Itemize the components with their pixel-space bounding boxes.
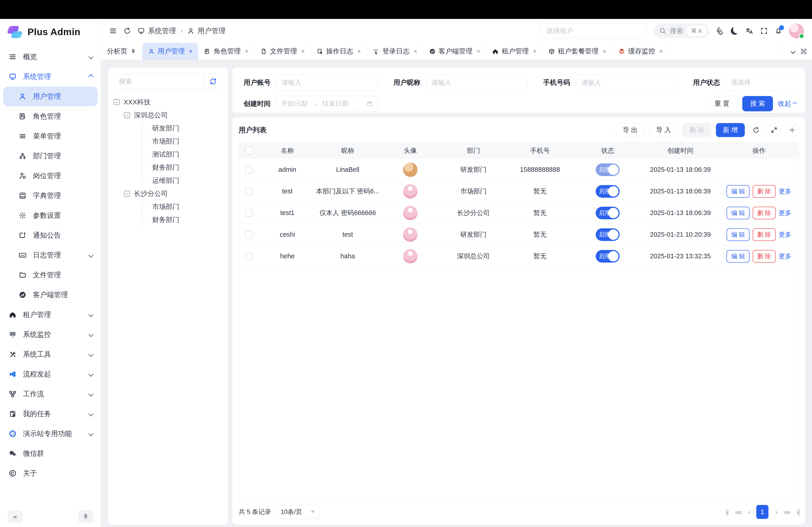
collapse-node-icon[interactable] (124, 191, 130, 197)
table-fullscreen-button[interactable] (767, 123, 781, 137)
edit-button[interactable]: 编 辑 (726, 250, 750, 262)
dark-mode-moon-icon[interactable] (731, 27, 738, 35)
row-checkbox[interactable] (245, 166, 253, 174)
column-header[interactable]: 创建时间 (641, 146, 719, 155)
last-page-button[interactable]: ›| (796, 508, 799, 516)
tab-tenant-management[interactable]: 租户管理 × (486, 43, 542, 60)
first-page-button[interactable]: |‹ (726, 508, 728, 516)
select-all-checkbox[interactable] (245, 147, 253, 155)
reset-button[interactable]: 重 置 (707, 96, 737, 111)
sidebar-item-user-management[interactable]: 用户管理 (3, 87, 98, 106)
tab-user-management[interactable]: 用户管理 × (142, 43, 198, 60)
column-header[interactable]: 操作 (719, 146, 799, 155)
sidebar-pin-button[interactable] (78, 510, 93, 523)
column-header[interactable]: 部门 (441, 146, 506, 155)
export-button[interactable]: 导 出 (616, 123, 644, 137)
sidebar-item-system-monitor[interactable]: 系统监控 (3, 325, 98, 344)
tree-node-company[interactable]: 长沙分公司 (124, 187, 222, 200)
delete-row-button[interactable]: 删 除 (753, 207, 776, 219)
close-icon[interactable]: × (414, 48, 417, 55)
tree-leaf[interactable]: 研发部门 (142, 122, 222, 135)
sidebar-collapse-button[interactable]: « (8, 510, 23, 523)
row-checkbox[interactable] (245, 231, 253, 239)
collapse-filter-link[interactable]: 收起 (778, 99, 796, 108)
delete-row-button[interactable]: 删 除 (753, 228, 776, 241)
pin-icon[interactable] (130, 48, 136, 54)
status-toggle[interactable]: 启用 (596, 250, 620, 262)
delete-row-button[interactable]: 删 除 (753, 185, 776, 198)
close-icon[interactable]: × (477, 48, 480, 55)
column-header[interactable]: 名称 (259, 146, 316, 155)
sidebar-item-post-management[interactable]: 岗位管理 (3, 166, 98, 186)
tab-cache-monitor[interactable]: 缓存监控 × (612, 43, 669, 60)
next-page-button[interactable]: › (775, 508, 777, 516)
status-toggle[interactable]: 启用 (596, 185, 620, 198)
edit-button[interactable]: 编 辑 (726, 228, 750, 241)
sidebar-item-wechat-group[interactable]: 微信群 (3, 443, 98, 464)
sidebar-item-overview[interactable]: 概览 (3, 47, 98, 67)
fast-next-button[interactable]: »» (783, 508, 790, 516)
tree-leaf[interactable]: 市场部门 (142, 135, 222, 148)
fullscreen-icon[interactable] (760, 27, 768, 35)
import-button[interactable]: 导 入 (649, 123, 678, 137)
column-header[interactable]: 状态 (574, 146, 641, 155)
close-icon[interactable]: × (533, 48, 536, 55)
global-search-button[interactable]: 搜索 ⌘ K (653, 24, 709, 38)
delete-row-button[interactable]: 删 除 (753, 250, 776, 262)
tab-tenant-package[interactable]: 租户套餐管理 × (543, 43, 612, 60)
sidebar-item-log-management[interactable]: DEV 日志管理 (3, 245, 98, 265)
tree-leaf[interactable]: 市场部门 (142, 200, 222, 213)
close-icon[interactable]: × (603, 48, 606, 55)
row-checkbox[interactable] (245, 253, 253, 260)
status-toggle[interactable]: 启用 (596, 207, 620, 219)
tree-refresh-button[interactable] (204, 74, 222, 89)
column-header[interactable]: 头像 (380, 146, 441, 155)
sidebar-item-demo-features[interactable]: 演示站专用功能 (3, 424, 98, 443)
tree-node-root[interactable]: XXX科技 (114, 95, 222, 109)
prev-page-button[interactable]: ‹ (748, 508, 750, 516)
tree-leaf[interactable]: 测试部门 (142, 148, 222, 161)
column-header[interactable]: 昵称 (316, 146, 380, 155)
sidebar-item-tenant-management[interactable]: 租户管理 (3, 305, 98, 325)
sidebar-item-process-start[interactable]: 流程发起 (3, 364, 98, 384)
sidebar-item-param-settings[interactable]: 参数设置 (3, 206, 98, 225)
column-header[interactable]: 手机号 (506, 146, 574, 155)
user-account-input[interactable] (277, 75, 378, 90)
collapse-node-icon[interactable] (114, 99, 119, 105)
table-settings-button[interactable] (785, 123, 799, 137)
edit-button[interactable]: 编 辑 (726, 185, 750, 198)
page-size-select[interactable]: 10条/页 (276, 505, 319, 519)
sidebar-item-system-management[interactable]: 系统管理 (3, 67, 98, 87)
sidebar-item-menu-management[interactable]: 菜单管理 (3, 126, 98, 146)
close-icon[interactable]: × (189, 48, 192, 55)
notifications-bell-icon[interactable] (774, 27, 782, 35)
more-button[interactable]: 更多 (779, 230, 792, 239)
close-icon[interactable]: × (301, 48, 305, 55)
tab-login-log[interactable]: 登录日志 × (367, 43, 423, 60)
status-toggle[interactable]: 启用 (596, 228, 620, 241)
sidebar-item-client-management[interactable]: 客户端管理 (3, 285, 98, 305)
phone-input[interactable] (576, 75, 677, 90)
sidebar-item-dict-management[interactable]: 字典管理 (3, 186, 98, 206)
settings-gear-icon[interactable] (716, 27, 724, 35)
collapse-node-icon[interactable] (124, 112, 130, 118)
tree-leaf[interactable]: 财务部门 (142, 161, 222, 174)
tab-list-chevron-icon[interactable] (778, 43, 795, 60)
delete-button[interactable]: 删 除 (683, 123, 711, 137)
tree-leaf[interactable]: 财务部门 (142, 213, 222, 226)
more-button[interactable]: 更多 (779, 252, 792, 260)
close-icon[interactable]: × (357, 48, 361, 55)
breadcrumb-section[interactable]: 系统管理 (148, 26, 176, 35)
translate-icon[interactable] (745, 27, 753, 35)
row-checkbox[interactable] (245, 187, 253, 195)
user-avatar[interactable] (789, 24, 804, 38)
current-page-button[interactable]: 1 (756, 505, 768, 519)
sidebar-item-notice[interactable]: 通知公告 (3, 225, 98, 245)
sidebar-item-my-tasks[interactable]: 我的任务 (3, 404, 98, 424)
search-button[interactable]: 搜 索 (742, 96, 773, 111)
tenant-select-input[interactable] (541, 24, 647, 38)
sidebar-item-about[interactable]: 关于 (3, 464, 98, 483)
more-button[interactable]: 更多 (779, 209, 792, 217)
content-maximize-icon[interactable] (795, 43, 812, 60)
more-button[interactable]: 更多 (779, 187, 792, 196)
